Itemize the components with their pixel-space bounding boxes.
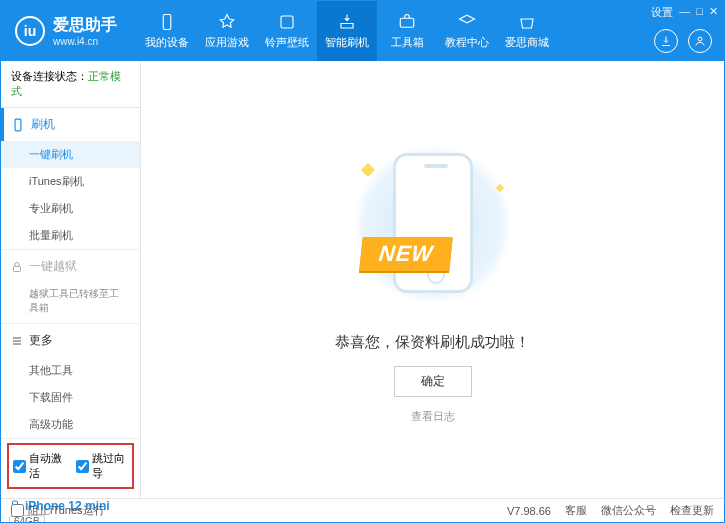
version-label: V7.98.66 — [507, 505, 551, 517]
svg-rect-2 — [400, 18, 414, 27]
nav-my-device[interactable]: 我的设备 — [137, 1, 197, 61]
sidebar-batch-flash[interactable]: 批量刷机 — [1, 222, 140, 249]
logo-icon: iu — [15, 16, 45, 46]
nav-store[interactable]: 爱思商城 — [497, 1, 557, 61]
main-nav: 我的设备 应用游戏 铃声壁纸 智能刷机 工具箱 教程中心 爱思商城 — [137, 1, 557, 61]
sidebar-jailbreak-head: 一键越狱 — [1, 250, 140, 283]
svg-rect-1 — [281, 16, 293, 28]
logo-area: iu 爱思助手 www.i4.cn — [1, 15, 131, 47]
nav-tutorials[interactable]: 教程中心 — [437, 1, 497, 61]
block-itunes-checkbox[interactable]: 阻止iTunes运行 — [11, 503, 105, 518]
app-name: 爱思助手 — [53, 15, 117, 36]
sidebar-more-head[interactable]: 更多 — [1, 324, 140, 357]
ok-button[interactable]: 确定 — [394, 366, 472, 397]
app-header: iu 爱思助手 www.i4.cn 我的设备 应用游戏 铃声壁纸 智能刷机 工具… — [1, 1, 724, 61]
phone-icon — [11, 118, 25, 132]
sidebar-one-click-flash[interactable]: 一键刷机 — [1, 141, 140, 168]
sidebar-other-tools[interactable]: 其他工具 — [1, 357, 140, 384]
sidebar-pro-flash[interactable]: 专业刷机 — [1, 195, 140, 222]
header-actions — [654, 29, 712, 53]
sidebar-itunes-flash[interactable]: iTunes刷机 — [1, 168, 140, 195]
settings-button[interactable]: 设置 — [651, 5, 673, 20]
success-message: 恭喜您，保资料刷机成功啦！ — [335, 333, 530, 352]
nav-smart-flash[interactable]: 智能刷机 — [317, 1, 377, 61]
maximize-button[interactable]: □ — [696, 5, 703, 20]
sidebar-download-firmware[interactable]: 下载固件 — [1, 384, 140, 411]
nav-apps-games[interactable]: 应用游戏 — [197, 1, 257, 61]
customer-service-link[interactable]: 客服 — [565, 503, 587, 518]
svg-rect-4 — [15, 119, 21, 131]
jailbreak-note: 越狱工具已转移至工具箱 — [29, 287, 120, 315]
menu-icon — [11, 335, 23, 347]
main-content: NEW 恭喜您，保资料刷机成功啦！ 确定 查看日志 — [141, 61, 724, 498]
minimize-button[interactable]: — — [679, 5, 690, 20]
options-box: 自动激活 跳过向导 — [7, 443, 134, 489]
nav-toolbox[interactable]: 工具箱 — [377, 1, 437, 61]
sidebar-flash-head[interactable]: 刷机 — [1, 108, 140, 141]
window-controls: 设置 — □ ✕ — [651, 5, 718, 20]
sidebar: 设备连接状态：正常模式 刷机 一键刷机 iTunes刷机 专业刷机 批量刷机 一… — [1, 61, 141, 498]
svg-rect-0 — [163, 14, 171, 29]
device-status: 设备连接状态：正常模式 — [1, 61, 140, 108]
skip-guide-checkbox[interactable]: 跳过向导 — [76, 451, 129, 481]
nav-ringtone-wallpaper[interactable]: 铃声壁纸 — [257, 1, 317, 61]
user-icon[interactable] — [688, 29, 712, 53]
wechat-link[interactable]: 微信公众号 — [601, 503, 656, 518]
auto-activate-checkbox[interactable]: 自动激活 — [13, 451, 66, 481]
app-url: www.i4.cn — [53, 36, 117, 47]
lock-icon — [11, 261, 23, 273]
sidebar-advanced[interactable]: 高级功能 — [1, 411, 140, 438]
check-update-link[interactable]: 检查更新 — [670, 503, 714, 518]
close-button[interactable]: ✕ — [709, 5, 718, 20]
download-icon[interactable] — [654, 29, 678, 53]
svg-rect-5 — [14, 266, 21, 271]
view-log-link[interactable]: 查看日志 — [411, 409, 455, 424]
svg-point-3 — [698, 37, 702, 41]
success-illustration: NEW — [343, 145, 523, 315]
new-ribbon: NEW — [359, 237, 453, 271]
